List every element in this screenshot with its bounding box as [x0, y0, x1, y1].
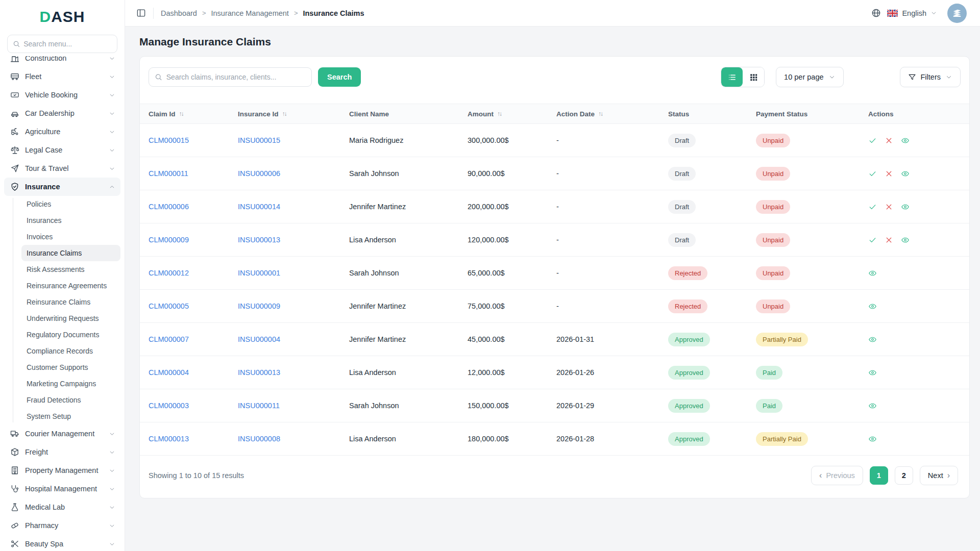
- claims-search-input[interactable]: [166, 73, 306, 81]
- sidebar-item-risk-assessments[interactable]: Risk Assessments: [21, 261, 120, 278]
- claim-id-link[interactable]: CLM000005: [149, 302, 238, 310]
- view-button[interactable]: [868, 335, 877, 344]
- reject-button[interactable]: [885, 136, 893, 145]
- insurance-id-link[interactable]: INSU000006: [238, 169, 349, 178]
- sidebar-item-car-dealership[interactable]: Car Dealership: [4, 104, 120, 122]
- sidebar-item-beauty-spa[interactable]: Beauty Spa: [4, 535, 120, 551]
- next-page-button[interactable]: Next ›: [920, 466, 958, 485]
- sort-icon[interactable]: ↑↓: [179, 110, 183, 117]
- sort-icon[interactable]: ↑↓: [282, 110, 286, 117]
- breadcrumb-insurance-management[interactable]: Insurance Management: [211, 9, 289, 17]
- globe-icon[interactable]: [871, 8, 881, 18]
- page-1-button[interactable]: 1: [870, 466, 888, 485]
- insurance-id-link[interactable]: INSU000001: [238, 269, 349, 277]
- view-button[interactable]: [868, 302, 877, 311]
- sidebar-item-underwriting-requests[interactable]: Underwriting Requests: [21, 310, 120, 327]
- sidebar-item-property-management[interactable]: Property Management: [4, 461, 120, 480]
- view-button[interactable]: [868, 402, 877, 410]
- view-button[interactable]: [901, 203, 910, 211]
- page-2-button[interactable]: 2: [895, 466, 913, 485]
- sidebar-item-reinsurance-claims[interactable]: Reinsurance Claims: [21, 294, 120, 310]
- view-button[interactable]: [868, 435, 877, 443]
- approve-button[interactable]: [868, 203, 877, 211]
- grid-view-button[interactable]: [743, 67, 764, 87]
- breadcrumb-dashboard[interactable]: Dashboard: [161, 9, 197, 17]
- sort-icon[interactable]: ↑↓: [497, 110, 501, 117]
- previous-page-button[interactable]: ‹ Previous: [811, 466, 863, 485]
- sidebar-item-medical-lab[interactable]: Medical Lab: [4, 498, 120, 516]
- sidebar-item-fraud-detections[interactable]: Fraud Detections: [21, 392, 120, 408]
- sidebar-item-customer-supports[interactable]: Customer Supports: [21, 359, 120, 375]
- approve-button[interactable]: [868, 169, 877, 178]
- claim-id-link[interactable]: CLM000007: [149, 335, 238, 343]
- sidebar-item-system-setup[interactable]: System Setup: [21, 408, 120, 424]
- language-selector[interactable]: English: [887, 9, 937, 17]
- view-button[interactable]: [901, 169, 910, 178]
- filters-button[interactable]: Filters: [900, 67, 961, 87]
- chevron-down-icon: [109, 129, 115, 135]
- insurance-id-link[interactable]: INSU000004: [238, 335, 349, 343]
- view-button[interactable]: [868, 368, 877, 377]
- reject-button[interactable]: [885, 203, 893, 211]
- view-button[interactable]: [901, 236, 910, 244]
- view-button[interactable]: [901, 136, 910, 145]
- sidebar-item-agriculture[interactable]: Agriculture: [4, 122, 120, 141]
- user-avatar[interactable]: [947, 4, 967, 23]
- claim-id-link[interactable]: CLM000004: [149, 368, 238, 377]
- sidebar-item-insurance-claims[interactable]: Insurance Claims: [21, 245, 120, 261]
- claim-id-link[interactable]: CLM000013: [149, 435, 238, 443]
- status-cell: Rejected: [668, 299, 756, 313]
- claim-id-link[interactable]: CLM000006: [149, 203, 238, 211]
- app-logo[interactable]: DASH: [0, 0, 125, 30]
- claim-id-link[interactable]: CLM000011: [149, 169, 238, 178]
- insurance-id-link[interactable]: INSU000013: [238, 236, 349, 244]
- sidebar-item-hospital-management[interactable]: Hospital Management: [4, 480, 120, 498]
- sidebar-search-input[interactable]: [23, 40, 112, 48]
- sidebar-item-compliance-records[interactable]: Compliance Records: [21, 343, 120, 359]
- insurance-id-link[interactable]: INSU000009: [238, 302, 349, 310]
- status-cell: Draft: [668, 134, 756, 147]
- per-page-select[interactable]: 10 per page: [776, 67, 843, 87]
- sidebar-item-pharmacy[interactable]: Pharmacy: [4, 516, 120, 535]
- sidebar-search[interactable]: [7, 35, 117, 53]
- sidebar-item-insurance[interactable]: Insurance: [4, 178, 120, 196]
- sidebar-item-invoices[interactable]: Invoices: [21, 229, 120, 245]
- column-header-amount[interactable]: Amount↑↓: [468, 110, 556, 118]
- insurance-id-link[interactable]: INSU000013: [238, 368, 349, 377]
- claim-id-link[interactable]: CLM000003: [149, 402, 238, 410]
- claim-id-link[interactable]: CLM000015: [149, 136, 238, 144]
- sidebar-item-vehicle-booking[interactable]: Vehicle Booking: [4, 86, 120, 104]
- reject-button[interactable]: [885, 169, 893, 178]
- sidebar-item-legal-case[interactable]: Legal Case: [4, 141, 120, 159]
- approve-button[interactable]: [868, 136, 877, 145]
- sidebar-item-fleet[interactable]: Fleet: [4, 67, 120, 86]
- column-header-action-date[interactable]: Action Date↑↓: [556, 110, 668, 118]
- sidebar-item-freight[interactable]: Freight: [4, 443, 120, 461]
- status-cell: Approved: [668, 333, 756, 346]
- insurance-id-link[interactable]: INSU000015: [238, 136, 349, 144]
- sidebar-collapse-button[interactable]: [136, 8, 146, 18]
- insurance-id-link[interactable]: INSU000014: [238, 203, 349, 211]
- sidebar-item-marketing-campaigns[interactable]: Marketing Campaigns: [21, 375, 120, 392]
- claims-search-box[interactable]: [149, 67, 312, 87]
- sidebar-item-courier-management[interactable]: Courier Management: [4, 424, 120, 443]
- list-view-button[interactable]: [721, 67, 743, 87]
- sidebar-item-construction[interactable]: Construction: [4, 56, 120, 67]
- sidebar-item-policies[interactable]: Policies: [21, 196, 120, 212]
- claim-id-link[interactable]: CLM000012: [149, 269, 238, 277]
- sidebar-item-label: Beauty Spa: [25, 540, 103, 548]
- sidebar-item-insurances[interactable]: Insurances: [21, 212, 120, 229]
- view-button[interactable]: [868, 269, 877, 278]
- reject-button[interactable]: [885, 236, 893, 244]
- sidebar-item-regulatory-documents[interactable]: Regulatory Documents: [21, 327, 120, 343]
- insurance-id-link[interactable]: INSU000008: [238, 435, 349, 443]
- search-button[interactable]: Search: [318, 67, 361, 87]
- approve-button[interactable]: [868, 236, 877, 244]
- sort-icon[interactable]: ↑↓: [598, 110, 602, 117]
- sidebar-item-reinsurance-agreements[interactable]: Reinsurance Agreements: [21, 278, 120, 294]
- claim-id-link[interactable]: CLM000009: [149, 236, 238, 244]
- column-header-claim-id[interactable]: Claim Id↑↓: [149, 110, 238, 118]
- insurance-id-link[interactable]: INSU000011: [238, 402, 349, 410]
- sidebar-item-tour-travel[interactable]: Tour & Travel: [4, 159, 120, 178]
- column-header-insurance-id[interactable]: Insurance Id↑↓: [238, 110, 349, 118]
